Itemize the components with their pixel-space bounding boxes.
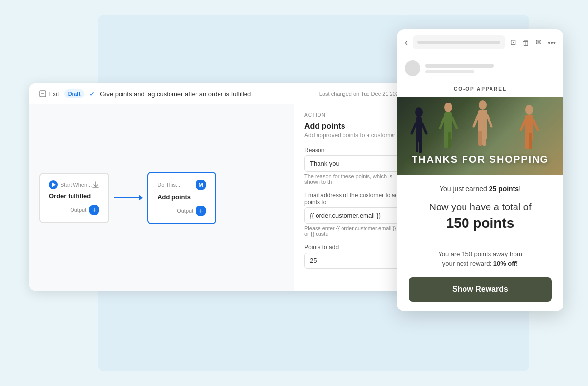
svg-rect-5 bbox=[419, 136, 422, 153]
email-input[interactable] bbox=[304, 207, 402, 224]
from-email-placeholder bbox=[425, 70, 474, 73]
show-rewards-button[interactable]: Show Rewards bbox=[409, 277, 552, 302]
points-group: Points to add bbox=[304, 244, 402, 269]
workflow-panel: Exit Draft ✓ Give points and tag custome… bbox=[29, 83, 412, 291]
url-bar bbox=[413, 35, 505, 49]
svg-rect-17 bbox=[482, 132, 486, 146]
browser-actions: ⊡ 🗑 ✉ ••• bbox=[510, 38, 556, 47]
last-changed: Last changed on Tue Dec 21 2021 bbox=[319, 91, 402, 97]
start-output-label: Output bbox=[70, 207, 86, 213]
svg-line-6 bbox=[412, 124, 416, 133]
svg-rect-22 bbox=[525, 132, 529, 149]
svg-point-2 bbox=[415, 107, 423, 117]
m-badge: M bbox=[196, 180, 206, 190]
store-name: CO-OP APPAREL bbox=[397, 81, 564, 97]
play-icon bbox=[49, 180, 58, 189]
svg-line-18 bbox=[474, 115, 478, 126]
email-group: Email address of the customer to add poi… bbox=[304, 192, 402, 237]
reward-bold: 10% off! bbox=[493, 260, 518, 267]
sender-avatar bbox=[405, 60, 420, 76]
earned-prefix: You just earned bbox=[440, 185, 489, 193]
action-node-header: Do This... M bbox=[157, 180, 206, 190]
reason-group: Reason The reason for these points, whic… bbox=[304, 147, 402, 185]
exit-label: Exit bbox=[49, 90, 59, 98]
action-output-label: Output bbox=[177, 208, 193, 214]
svg-line-19 bbox=[487, 115, 491, 126]
workflow-header: Exit Draft ✓ Give points and tag custome… bbox=[29, 83, 412, 104]
reward-text: You are 150 points away fromyour next re… bbox=[409, 249, 552, 268]
workflow-title: Give points and tag customer after an or… bbox=[100, 90, 314, 98]
email-body: You just earned 25 points! Now you have … bbox=[397, 175, 564, 311]
points-label: Points to add bbox=[304, 244, 402, 251]
total-text: Now you have a total of bbox=[409, 201, 552, 213]
action-node[interactable]: Do This... M Add points Output + bbox=[147, 172, 216, 224]
svg-line-24 bbox=[521, 120, 525, 130]
connector-line bbox=[114, 197, 139, 198]
url-line bbox=[417, 41, 500, 44]
divider bbox=[409, 241, 552, 241]
earned-text: You just earned 25 points! bbox=[409, 185, 552, 193]
svg-point-14 bbox=[479, 100, 487, 110]
action-section: ACTION Add points Add approved points to… bbox=[294, 104, 412, 283]
start-node-title: Order fulfilled bbox=[49, 192, 99, 200]
email-preview-panel: ‹ ⊡ 🗑 ✉ ••• CO-OP APPAREL bbox=[397, 29, 564, 311]
svg-rect-10 bbox=[444, 131, 448, 148]
action-add-button[interactable]: + bbox=[196, 206, 206, 216]
trash-icon[interactable]: 🗑 bbox=[522, 38, 530, 47]
connector-arrow bbox=[139, 195, 143, 201]
start-add-button[interactable]: + bbox=[89, 205, 99, 215]
reason-input[interactable] bbox=[304, 155, 402, 172]
start-node[interactable]: Start When... Order fulfilled Output + bbox=[39, 173, 109, 223]
email-hint: Please enter {{ order.customer.email }} … bbox=[304, 225, 402, 237]
email-from-row bbox=[397, 55, 564, 81]
reason-hint: The reason for these points, which is sh… bbox=[304, 173, 402, 185]
email-label: Email address of the customer to add poi… bbox=[304, 192, 402, 206]
start-node-label: Start When... bbox=[60, 182, 92, 188]
from-lines bbox=[425, 64, 556, 73]
mail-icon[interactable]: ✉ bbox=[536, 38, 542, 47]
svg-rect-11 bbox=[448, 132, 451, 148]
action-description: Add approved points to a customer bbox=[304, 132, 402, 139]
action-node-label: Do This... bbox=[157, 182, 180, 188]
svg-line-12 bbox=[440, 118, 444, 128]
hero-text: THANKS FOR SHOPPING bbox=[412, 154, 549, 175]
reason-label: Reason bbox=[304, 147, 402, 154]
action-node-title: Add points bbox=[157, 193, 206, 201]
email-hero: THANKS FOR SHOPPING bbox=[397, 97, 564, 175]
total-points: 150 points bbox=[409, 215, 552, 231]
browser-bar: ‹ ⊡ 🗑 ✉ ••• bbox=[397, 29, 564, 55]
draft-badge: Draft bbox=[64, 89, 85, 98]
svg-point-8 bbox=[444, 103, 452, 112]
start-node-header: Start When... bbox=[49, 180, 99, 189]
svg-rect-4 bbox=[416, 135, 418, 152]
copy-icon[interactable]: ⊡ bbox=[510, 38, 516, 47]
connector bbox=[109, 195, 147, 201]
svg-line-7 bbox=[422, 124, 426, 133]
earned-points: 25 points bbox=[489, 185, 519, 193]
workflow-body: Start When... Order fulfilled Output + bbox=[29, 104, 412, 291]
from-name-placeholder bbox=[425, 64, 494, 68]
exit-button[interactable]: Exit bbox=[39, 90, 59, 98]
svg-point-20 bbox=[525, 105, 533, 115]
points-input[interactable] bbox=[304, 253, 402, 269]
svg-rect-16 bbox=[478, 131, 482, 146]
check-icon: ✓ bbox=[89, 90, 95, 98]
download-icon bbox=[92, 181, 99, 189]
svg-line-13 bbox=[452, 118, 457, 128]
action-panel: ACTION Add points Add approved points to… bbox=[294, 104, 412, 291]
svg-line-25 bbox=[533, 120, 538, 130]
start-node-footer: Output + bbox=[49, 205, 99, 215]
back-button[interactable]: ‹ bbox=[405, 37, 408, 48]
exit-icon bbox=[39, 90, 46, 97]
earned-suffix: ! bbox=[519, 185, 521, 193]
workflow-canvas: Start When... Order fulfilled Output + bbox=[29, 104, 294, 291]
action-title: Add points bbox=[304, 122, 402, 130]
more-icon[interactable]: ••• bbox=[548, 38, 556, 47]
action-node-footer: Output + bbox=[157, 206, 206, 216]
action-section-label: ACTION bbox=[304, 112, 402, 118]
svg-rect-23 bbox=[529, 133, 532, 149]
